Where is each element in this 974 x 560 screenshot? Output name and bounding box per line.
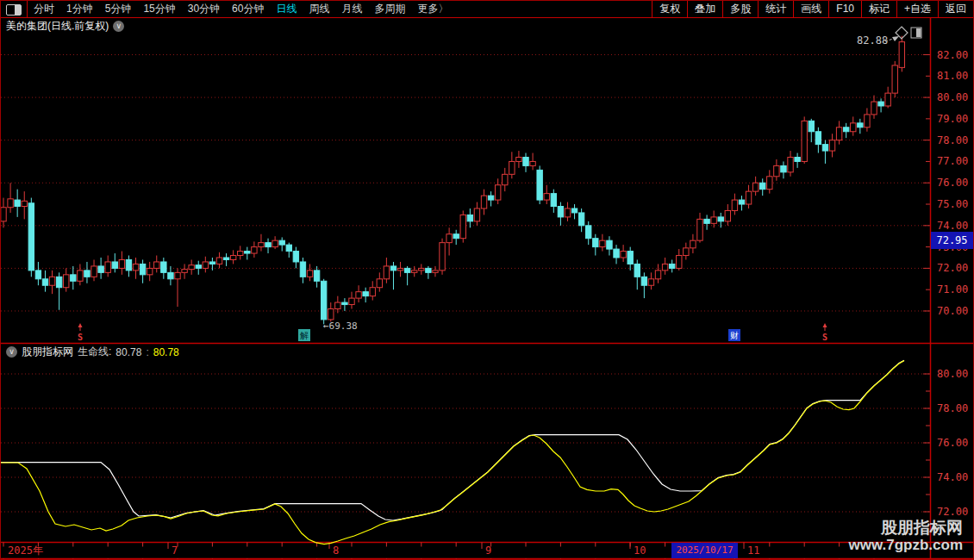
toolbar-timeframe-9[interactable]: 月线 <box>335 1 368 17</box>
toolbar-action-5[interactable]: 画线 <box>793 1 828 17</box>
main-axis-label: 79.00 <box>937 113 968 125</box>
candle <box>161 262 166 272</box>
candle <box>42 279 47 285</box>
candle <box>684 248 689 256</box>
candle <box>49 277 54 285</box>
candle <box>815 132 821 145</box>
toolbar-timeframe-8[interactable]: 周线 <box>303 1 335 17</box>
sub-axis-label: 80.00 <box>937 368 968 380</box>
year-label: 2025年 <box>8 544 43 557</box>
panel-layout-icon[interactable] <box>6 4 22 16</box>
date-axis-labels: 2025年7891011 <box>8 544 759 557</box>
top-toolbar: 分时1分钟5分钟15分钟30分钟60分钟日线周线月线多周期更多〉 复权叠加多股统… <box>1 1 973 18</box>
candle <box>98 266 103 272</box>
candle <box>404 268 409 272</box>
candle <box>509 161 515 174</box>
candle <box>711 217 716 223</box>
event-badge[interactable]: 财 <box>728 329 740 341</box>
candle <box>230 256 235 260</box>
candle <box>286 245 291 251</box>
month-label: 10 <box>634 544 646 557</box>
sub-axis-label: 72.00 <box>937 506 968 518</box>
toolbar-timeframe-4[interactable]: 15分钟 <box>137 1 181 17</box>
candle <box>460 215 465 238</box>
toolbar-action-3[interactable]: 多股 <box>722 1 758 17</box>
candle <box>760 183 765 189</box>
toolbar-action-7[interactable]: 标记 <box>861 1 896 17</box>
watermark-line1: 股朋指标网 <box>848 519 963 538</box>
candle <box>878 102 883 106</box>
candle <box>175 272 180 278</box>
split-panel-icon[interactable] <box>911 28 921 38</box>
candle <box>209 262 215 264</box>
candle <box>259 243 264 247</box>
candle <box>252 247 257 253</box>
candle <box>453 234 459 239</box>
candle <box>829 140 834 151</box>
chevron-down-icon[interactable]: ∨ <box>113 21 124 32</box>
candle <box>578 213 584 226</box>
candle <box>1 208 6 221</box>
toolbar-timeframe-6[interactable]: 60分钟 <box>226 1 270 17</box>
candle <box>440 243 445 271</box>
toolbar-action-9[interactable]: 返回 <box>938 1 973 17</box>
trading-app-window: 分时1分钟5分钟15分钟30分钟60分钟日线周线月线多周期更多〉 复权叠加多股统… <box>0 0 974 560</box>
page-title: 美的集团(日线.前复权) <box>6 19 109 34</box>
toolbar-action-8[interactable]: +自选 <box>896 1 938 17</box>
month-label: 7 <box>172 544 178 557</box>
toolbar-actions: 复权叠加多股统计画线F10标记+自选返回 <box>652 1 973 17</box>
toolbar-action-6[interactable]: F10 <box>828 1 861 17</box>
candle <box>885 93 890 106</box>
toolbar-action-1[interactable]: 复权 <box>652 1 687 17</box>
month-label: 11 <box>747 544 759 557</box>
toolbar-timeframe-10[interactable]: 多周期 <box>368 1 411 17</box>
candle <box>558 207 563 217</box>
main-axis-label: 74.00 <box>937 220 968 232</box>
toolbar-timeframe-3[interactable]: 5分钟 <box>99 1 138 17</box>
toolbar-action-2[interactable]: 叠加 <box>687 1 722 17</box>
event-badge[interactable]: 解 <box>298 329 310 341</box>
candle <box>627 252 633 264</box>
candle <box>84 271 90 277</box>
candle <box>892 65 897 93</box>
candle <box>15 200 20 206</box>
indicator-name-label: 生命线: <box>78 345 111 359</box>
toolbar-timeframe-1[interactable]: 分时 <box>28 1 60 17</box>
toolbar-timeframe-11[interactable]: 更多〉 <box>411 1 454 17</box>
candle <box>607 240 612 249</box>
candle <box>147 268 152 274</box>
candle <box>503 174 508 184</box>
candle <box>795 157 800 161</box>
candle <box>356 292 361 298</box>
chart-canvas[interactable]: 82.0081.0080.0079.0078.0077.0076.0075.00… <box>1 1 974 560</box>
candle <box>474 208 479 221</box>
candle <box>746 191 751 204</box>
toolbar-timeframe-2[interactable]: 1分钟 <box>60 1 99 17</box>
candle <box>530 161 535 165</box>
candle <box>843 128 848 132</box>
candle <box>335 302 340 308</box>
main-axis-label: 76.00 <box>937 177 968 189</box>
candle <box>822 145 827 151</box>
indicator-lines <box>1 360 904 544</box>
indicator-value-yellow: 80.78 <box>153 346 179 358</box>
watermark: 股朋指标网 www.7gpzb.com <box>848 519 963 554</box>
candle <box>774 165 779 176</box>
candle <box>78 271 83 281</box>
indicator-source-label: 股朋指标网 <box>22 345 73 359</box>
candle <box>551 194 556 207</box>
candle <box>858 123 863 128</box>
toolbar-timeframe-7[interactable]: 日线 <box>270 1 303 17</box>
main-axis-label: 80.00 <box>937 91 968 103</box>
date-axis-ticks <box>3 543 874 560</box>
candle <box>865 115 870 128</box>
candle <box>64 275 69 288</box>
candle <box>119 259 124 268</box>
toolbar-action-4[interactable]: 统计 <box>758 1 793 17</box>
candle <box>307 271 312 277</box>
chevron-down-icon[interactable]: ∨ <box>6 346 17 358</box>
candle <box>56 277 61 287</box>
svg-text:S: S <box>78 333 83 342</box>
toolbar-timeframe-5[interactable]: 30分钟 <box>182 1 226 17</box>
candle <box>516 157 521 161</box>
